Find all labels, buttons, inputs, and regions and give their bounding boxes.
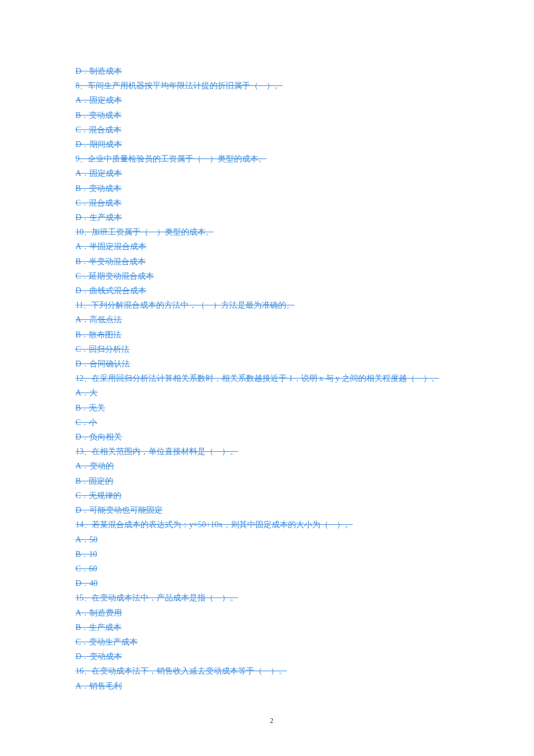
text-line: D．曲线式混合成本 [75, 283, 468, 298]
text-line: A．固定成本 [75, 93, 468, 107]
text-line: C．混合成本 [75, 123, 468, 137]
text-line: 14、若某混合成本的表达式为：y=50+10x，则其中固定成本的大小为（ ）。 [75, 517, 468, 532]
text-line: 8、车间生产用机器按平均年限法计提的折旧属于（ ）。 [75, 78, 468, 93]
text-line: D．负向相关 [75, 430, 468, 444]
text-line: 13、在相关范围内，单位直接材料是（ ）。 [75, 444, 468, 459]
document-page: D．制造成本 8、车间生产用机器按平均年限法计提的折旧属于（ ）。 A．固定成本… [0, 0, 534, 756]
text-line: A．高低点法 [75, 312, 468, 327]
text-line: 11、下列分解混合成本的方法中，（ ）方法是最为准确的。 [75, 298, 468, 312]
text-line: D．合同确认法 [75, 357, 468, 371]
text-line: 10、加班工资属于（ ）类型的成本。 [75, 225, 468, 239]
text-line: D．变动成本 [75, 649, 468, 664]
text-line: C．回归分析法 [75, 342, 468, 357]
text-line: B．固定的 [75, 474, 468, 488]
text-line: A．半固定混合成本 [75, 239, 468, 254]
text-line: A．销售毛利 [75, 679, 468, 693]
text-line: B．半变动混合成本 [75, 254, 468, 269]
text-line: A．固定成本 [75, 166, 468, 181]
text-line: 9、企业中质量检验员的工资属于（ ）类型的成本。 [75, 152, 468, 166]
text-line: C．无规律的 [75, 488, 468, 503]
text-line: B．10 [75, 547, 468, 561]
text-line: C．混合成本 [75, 196, 468, 210]
text-line: 15、在变动成本法中，产品成本是指（ ）。 [75, 591, 468, 605]
text-line: B．变动成本 [75, 181, 468, 196]
text-line: B．变动成本 [75, 108, 468, 123]
text-line: D．可能变动也可能固定 [75, 503, 468, 517]
text-line: B．无关 [75, 401, 468, 415]
text-line: A．变动的 [75, 459, 468, 473]
text-line: A．大 [75, 386, 468, 400]
text-line: D．制造成本 [75, 64, 468, 78]
text-line: A．制造费用 [75, 606, 468, 620]
text-line: C．延期变动混合成本 [75, 269, 468, 283]
text-line: C．变动生产成本 [75, 635, 468, 649]
text-line: B．生产成本 [75, 620, 468, 635]
page-number: 2 [75, 717, 468, 725]
content-body: D．制造成本 8、车间生产用机器按平均年限法计提的折旧属于（ ）。 A．固定成本… [75, 64, 468, 693]
text-line: D．期间成本 [75, 137, 468, 152]
text-line: 12、在采用回归分析法计算相关系数时，相关系数越接近于 1，说明 x 与 y 之… [75, 371, 468, 386]
text-line: A．50 [75, 532, 468, 547]
text-line: D．生产成本 [75, 210, 468, 225]
text-line: C．60 [75, 561, 468, 576]
text-line: D．40 [75, 576, 468, 591]
text-line: C．小 [75, 415, 468, 430]
text-line: 16、在变动成本法下，销售收入减去变动成本等于（ ）。 [75, 664, 468, 678]
text-line: B．散布图法 [75, 327, 468, 342]
